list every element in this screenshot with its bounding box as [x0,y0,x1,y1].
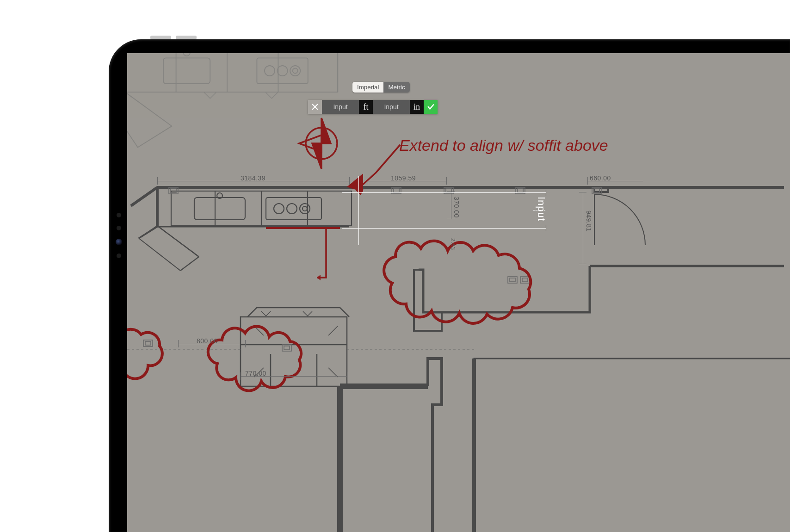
dim-tick [241,372,241,380]
tablet-frame: 3184.39 1059.59 660.00 370.00 949.81 800… [109,39,790,532]
unit-metric-segment[interactable]: Metric [383,82,409,93]
dim-tick [579,264,586,264]
svg-rect-28 [282,345,291,351]
dim-tick [178,340,179,347]
svg-rect-27 [145,341,151,345]
inches-input[interactable] [373,100,410,114]
svg-point-13 [302,206,307,211]
tablet-camera [116,213,122,258]
unit-system-toggle[interactable]: Imperial Metric [352,82,410,93]
close-icon [311,103,319,111]
svg-rect-30 [508,277,517,283]
markup-annotation-text: Extend to align w/ soffit above [399,136,608,155]
svg-rect-26 [143,340,153,346]
dim-tick [157,177,158,185]
dimension-label: 800.00 [197,337,218,345]
measurement-input-label: Input [535,197,547,222]
svg-point-5 [293,68,298,73]
svg-point-2 [265,66,275,76]
dim-tick [347,372,347,380]
svg-point-3 [278,66,288,76]
dim-tick [447,191,455,192]
svg-rect-23 [518,189,523,192]
measurement-input-bar: ft in [308,100,438,114]
floorplan-drawing [127,53,790,532]
dim-tick [587,177,588,185]
dimension-label: 1059.59 [391,174,416,182]
feet-unit-label: ft [359,100,373,114]
svg-point-12 [300,204,310,214]
dimension-label: 949.81 [585,210,592,232]
svg-rect-15 [474,359,790,532]
dim-tick [446,177,447,185]
dim-line [451,191,451,219]
unit-imperial-segment[interactable]: Imperial [352,82,383,93]
feet-input[interactable] [322,100,359,114]
svg-rect-33 [522,278,528,282]
dim-tick [579,192,586,192]
dim-tick [447,219,455,219]
dim-tick [368,177,368,185]
svg-rect-19 [394,189,399,192]
svg-point-11 [287,204,297,214]
svg-rect-29 [284,346,290,350]
confirm-button[interactable] [424,100,438,114]
svg-point-4 [290,66,300,76]
svg-rect-0 [163,58,210,83]
dimension-label: 2.63 [450,238,456,250]
dimension-label: 770.00 [245,370,266,377]
dim-line [583,192,583,264]
inches-unit-label: in [410,100,424,114]
tablet-hardware-buttons [150,36,197,39]
dimension-label: 3184.39 [241,174,265,182]
svg-rect-7 [194,198,245,220]
dim-tick [245,340,246,347]
svg-point-10 [274,204,284,214]
app-canvas-screen[interactable]: 3184.39 1059.59 660.00 370.00 949.81 800… [127,53,790,532]
cancel-button[interactable] [308,100,322,114]
svg-rect-32 [520,277,530,283]
dimension-label: 660.00 [590,174,611,182]
checkmark-icon [426,103,435,111]
dim-tick [349,177,350,185]
dimension-label: 370.00 [453,197,460,218]
svg-rect-31 [510,278,515,282]
